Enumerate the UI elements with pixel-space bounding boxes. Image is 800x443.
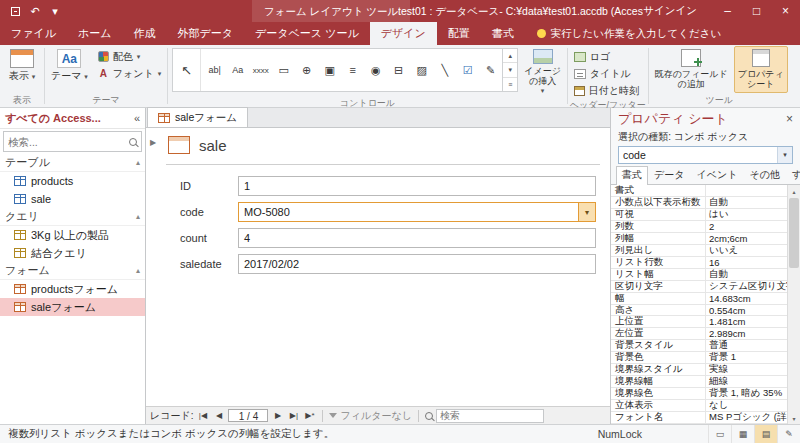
maximize-button[interactable]: □ — [742, 0, 771, 22]
ribbon: 表示 ▾ 表示 Aa テーマ ▾ 配色 ▾ A — [0, 45, 800, 108]
title-button[interactable]: タイトル — [570, 66, 643, 81]
control-line-button[interactable]: ╲ — [433, 49, 456, 91]
nav-item-join-query[interactable]: 結合クエリ — [0, 244, 145, 262]
property-row: 幅14.683cm — [611, 293, 787, 305]
combo-dropdown-icon[interactable]: ▾ — [578, 203, 595, 221]
field-label-saledate[interactable]: saledate — [180, 258, 238, 270]
datasheet-view-button[interactable]: ▦ — [731, 425, 754, 443]
date-time-button[interactable]: 日付と時刻 — [570, 83, 643, 98]
control-select-button[interactable]: ↖ — [173, 49, 201, 91]
property-sheet-button[interactable]: プロパティ シート — [734, 46, 788, 93]
tab-create[interactable]: 作成 — [123, 22, 167, 45]
document-tab-sale-form[interactable]: saleフォーム — [147, 107, 248, 127]
field-count-textbox[interactable]: 4 — [238, 228, 596, 248]
tab-design[interactable]: デザイン — [370, 22, 437, 45]
gallery-up-button[interactable]: ▴ — [503, 49, 517, 63]
design-view-button[interactable]: ✎ — [777, 425, 800, 443]
form-logo-icon[interactable] — [168, 136, 190, 154]
insert-image-button[interactable]: イメージ の挿入 ▾ — [520, 46, 565, 96]
themes-button[interactable]: Aa テーマ ▾ — [47, 46, 92, 93]
group-label-views: 表示 — [2, 93, 42, 107]
save-button[interactable] — [6, 2, 24, 20]
field-label-id[interactable]: ID — [180, 180, 238, 192]
first-record-button[interactable]: |◀ — [196, 411, 209, 420]
new-record-button[interactable]: ▶* — [303, 411, 316, 420]
field-code-combobox[interactable]: MO-5080 ▾ — [238, 202, 596, 222]
control-option-group-button[interactable]: ◉ — [364, 49, 387, 91]
views-button[interactable]: 表示 ▾ — [2, 46, 42, 93]
nav-section-tables[interactable]: テーブル ▴ — [0, 154, 145, 172]
nav-item-products-form[interactable]: productsフォーム — [0, 280, 145, 298]
scrollbar-thumb[interactable] — [789, 198, 799, 268]
gallery-down-button[interactable]: ▾ — [503, 63, 517, 77]
logo-button[interactable]: ロゴ — [570, 49, 643, 64]
filter-status-button[interactable]: フィルターなし — [340, 409, 411, 423]
scroll-down-icon[interactable]: ▾ — [788, 412, 800, 424]
tab-external-data[interactable]: 外部データ — [167, 22, 245, 45]
add-existing-fields-button[interactable]: 既存のフィールド の追加 — [651, 46, 732, 93]
control-button-button[interactable]: xxxx — [249, 49, 272, 91]
nav-item-sale-form[interactable]: saleフォーム — [0, 298, 145, 316]
shutter-bar-button[interactable]: « — [134, 112, 140, 124]
control-label-button[interactable]: Aa — [226, 49, 249, 91]
next-record-button[interactable]: ▶ — [271, 411, 284, 420]
props-tab-all[interactable]: すべて — [786, 166, 800, 184]
nav-item-sale[interactable]: sale — [0, 190, 145, 208]
control-text-box-button[interactable]: ab| — [203, 49, 226, 91]
nav-item-products[interactable]: products — [0, 172, 145, 190]
control-chart-button[interactable]: ▨ — [410, 49, 433, 91]
minimize-button[interactable]: – — [713, 0, 742, 22]
tab-home[interactable]: ホーム — [67, 22, 123, 45]
scroll-up-icon[interactable]: ▴ — [788, 185, 800, 197]
control-navigation-button[interactable]: ≡ — [341, 49, 364, 91]
form-title[interactable]: sale — [199, 137, 227, 154]
colors-button[interactable]: 配色 ▾ — [94, 49, 165, 64]
qat-customize-button[interactable]: ▾ — [46, 2, 64, 20]
sign-in-button[interactable]: サインイン — [643, 4, 697, 18]
tab-format[interactable]: 書式 — [481, 22, 525, 45]
form-layout-canvas[interactable]: ▶ sale ID 1 code MO-5080 ▾ count 4 — [146, 128, 610, 406]
control-check-box-button[interactable]: ☑ — [456, 49, 479, 91]
nav-section-queries[interactable]: クエリ ▴ — [0, 208, 145, 226]
field-id-textbox[interactable]: 1 — [238, 176, 596, 196]
control-hyperlink-button[interactable]: ⊕ — [295, 49, 318, 91]
field-label-count[interactable]: count — [180, 232, 238, 244]
nav-item-3kg-query[interactable]: 3Kg 以上の製品 — [0, 226, 145, 244]
nav-section-forms[interactable]: フォーム ▴ — [0, 262, 145, 280]
scrollbar-track[interactable] — [788, 197, 800, 412]
props-scrollbar[interactable]: ▴ ▾ — [787, 185, 800, 424]
record-search-input[interactable] — [436, 409, 544, 423]
tab-file[interactable]: ファイル — [0, 22, 67, 45]
status-bar: 複数列リスト ボックスまたはコンボ ボックスの列幅を設定します。 NumLock… — [0, 424, 800, 443]
property-row: 上位置1.481cm — [611, 316, 787, 328]
tab-database-tools[interactable]: データベース ツール — [244, 22, 370, 45]
property-sheet-title: プロパティ シート — [618, 110, 728, 128]
field-label-code[interactable]: code — [180, 206, 238, 218]
close-button[interactable]: × — [771, 0, 800, 22]
undo-button[interactable]: ↶ — [26, 2, 44, 20]
previous-record-button[interactable]: ◀ — [212, 411, 225, 420]
record-position-box[interactable]: 1 / 4 — [228, 409, 268, 422]
layout-view-button[interactable]: ▤ — [754, 425, 777, 443]
props-tab-other[interactable]: その他 — [743, 166, 785, 184]
form-view-button[interactable]: ▭ — [708, 425, 731, 443]
control-attachment-button[interactable]: ✎ — [479, 49, 502, 91]
tab-arrange[interactable]: 配置 — [437, 22, 481, 45]
close-icon[interactable]: × — [786, 112, 793, 126]
last-record-button[interactable]: ▶| — [287, 411, 300, 420]
fonts-button[interactable]: A フォント ▾ — [94, 66, 165, 81]
tell-me-box[interactable]: 実行したい作業を入力してください — [537, 22, 721, 45]
field-saledate-textbox[interactable]: 2017/02/02 — [238, 254, 596, 274]
props-tab-format[interactable]: 書式 — [616, 166, 648, 185]
chevron-down-icon: ▾ — [84, 73, 88, 80]
nav-search-input[interactable] — [8, 136, 129, 148]
control-combo-box-button[interactable]: ⊟ — [387, 49, 410, 91]
control-tab-control-button[interactable]: ▭ — [272, 49, 295, 91]
control-web-browser-button[interactable]: ▣ — [318, 49, 341, 91]
object-selector-combobox[interactable]: code ▾ — [618, 146, 793, 164]
props-tab-event[interactable]: イベント — [690, 166, 743, 184]
props-tab-data[interactable]: データ — [648, 166, 690, 184]
gallery-more-button[interactable]: ≡ — [503, 78, 517, 91]
chevron-down-icon[interactable]: ▾ — [777, 147, 792, 163]
property-sheet-panel: プロパティ シート × 選択の種類: コンボ ボックス code ▾ 書式 デー… — [610, 108, 800, 424]
